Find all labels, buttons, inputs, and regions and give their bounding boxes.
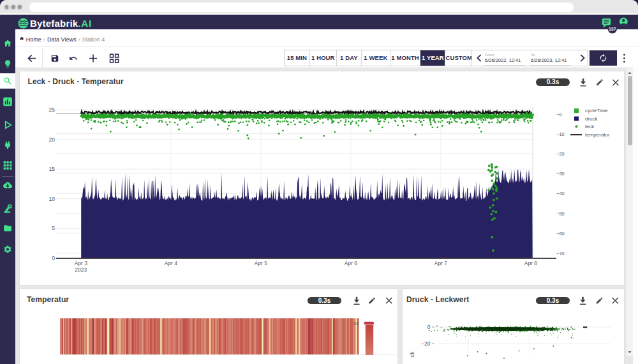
svg-text:20: 20 [49, 136, 56, 143]
svg-text:−10: −10 [556, 131, 565, 137]
svg-text:Apr 5: Apr 5 [255, 260, 268, 266]
svg-text:cycleTime: cycleTime [585, 108, 608, 113]
svg-text:Apr 3: Apr 3 [75, 260, 88, 266]
svg-text:−60: −60 [556, 231, 565, 237]
svg-text:137: 137 [609, 27, 616, 31]
svg-text:2023: 2023 [75, 266, 87, 273]
svg-text:Apr 4: Apr 4 [165, 260, 178, 266]
svg-text:0: 0 [427, 324, 431, 330]
svg-text:leck: leck [585, 124, 595, 129]
svg-text:25: 25 [49, 106, 56, 113]
svg-text:Apr 7: Apr 7 [434, 260, 448, 266]
svg-text:−40: −40 [556, 191, 565, 196]
svg-text:Apr 6: Apr 6 [345, 260, 358, 266]
svg-text:−70: −70 [556, 251, 565, 256]
svg-text:0: 0 [52, 255, 55, 261]
svg-text:temperatur: temperatur [585, 132, 610, 138]
svg-text:Apr 8: Apr 8 [524, 260, 538, 266]
svg-text:24: 24 [353, 321, 359, 326]
svg-text:−30: −30 [556, 171, 565, 177]
svg-text:5: 5 [52, 225, 55, 231]
svg-text:−0: −0 [556, 112, 562, 117]
svg-text:−20: −20 [421, 340, 431, 347]
svg-text:−20: −20 [556, 151, 565, 157]
svg-text:−50: −50 [556, 211, 565, 217]
svg-text:15: 15 [49, 166, 56, 172]
svg-text:druck: druck [585, 116, 598, 122]
svg-text:10: 10 [49, 196, 56, 202]
